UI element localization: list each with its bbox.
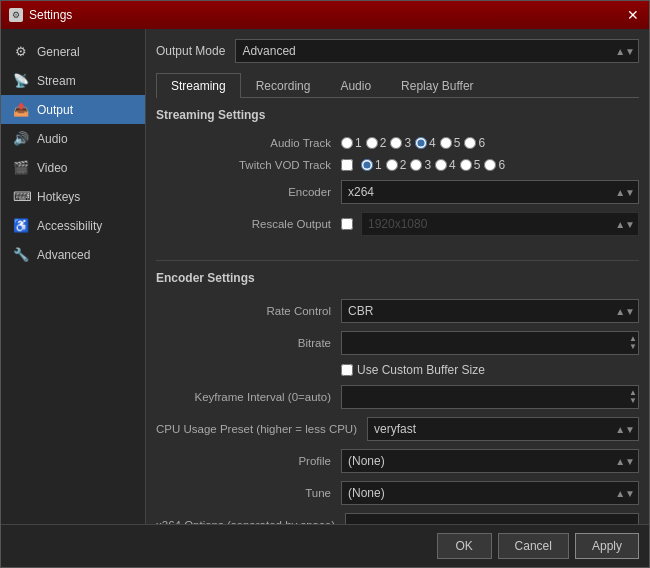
rate-control-row: Rate Control CBR VBR ABR CRF ▲▼ [156,299,639,323]
apply-button[interactable]: Apply [575,533,639,559]
keyframe-spinner-wrapper: 0 s ▲▼ [341,385,639,409]
cpu-preset-label: CPU Usage Preset (higher = less CPU) [156,423,367,435]
tvod-track-3[interactable]: 3 [410,158,431,172]
custom-buffer-checkbox[interactable] [341,364,353,376]
bitrate-input[interactable]: 2500 Kbps [341,331,639,355]
x264-options-row: x264 Options (separated by space) [156,513,639,524]
encoder-label: Encoder [156,186,341,198]
streaming-settings-title: Streaming Settings [156,108,639,126]
tune-select-wrapper: (None) film animation grain stillimage f… [341,481,639,505]
audio-track-2[interactable]: 2 [366,136,387,150]
output-mode-label: Output Mode [156,44,225,58]
accessibility-icon: ♿ [13,218,29,233]
audio-track-label: Audio Track [156,137,341,149]
tune-row: Tune (None) film animation grain stillim… [156,481,639,505]
keyframe-spinner-arrows[interactable]: ▲▼ [629,389,637,405]
sidebar-item-advanced[interactable]: 🔧 Advanced [1,240,145,269]
custom-buffer-checkbox-item[interactable]: Use Custom Buffer Size [341,363,485,377]
sidebar-item-stream[interactable]: 📡 Stream [1,66,145,95]
sidebar-item-general[interactable]: ⚙ General [1,37,145,66]
content-area: Output Mode Simple Advanced ▲▼ Streaming… [146,29,649,524]
divider [156,260,639,261]
sidebar: ⚙ General 📡 Stream 📤 Output 🔊 Audio 🎬 Vi… [1,29,146,524]
profile-row: Profile (None) baseline main high ▲▼ [156,449,639,473]
tab-streaming[interactable]: Streaming [156,73,241,98]
general-icon: ⚙ [13,44,29,59]
encoder-settings-section: Encoder Settings Rate Control CBR VBR AB… [156,260,639,524]
custom-buffer-controls: Use Custom Buffer Size [341,363,639,377]
profile-label: Profile [156,455,341,467]
twitch-vod-checkbox-item[interactable] [341,159,353,171]
sidebar-item-label: Hotkeys [37,190,80,204]
output-mode-select[interactable]: Simple Advanced [235,39,639,63]
audio-icon: 🔊 [13,131,29,146]
profile-select[interactable]: (None) baseline main high [341,449,639,473]
sidebar-item-video[interactable]: 🎬 Video [1,153,145,182]
keyframe-interval-row: Keyframe Interval (0=auto) 0 s ▲▼ [156,385,639,409]
close-button[interactable]: ✕ [625,7,641,23]
titlebar: ⚙ Settings ✕ [1,1,649,29]
audio-track-4[interactable]: 4 [415,136,436,150]
video-icon: 🎬 [13,160,29,175]
sidebar-item-output[interactable]: 📤 Output [1,95,145,124]
rescale-resolution-wrapper: 1920x1080 ▲▼ [361,212,639,236]
rescale-output-row: Rescale Output 1920x1080 ▲▼ [156,212,639,236]
tab-audio[interactable]: Audio [325,73,386,98]
audio-track-3[interactable]: 3 [390,136,411,150]
tune-select[interactable]: (None) film animation grain stillimage f… [341,481,639,505]
cancel-button[interactable]: Cancel [498,533,569,559]
sidebar-item-label: Audio [37,132,68,146]
twitch-vod-row: Twitch VOD Track 1 2 [156,158,639,172]
sidebar-item-label: Advanced [37,248,90,262]
ok-button[interactable]: OK [437,533,492,559]
tvod-track-5[interactable]: 5 [460,158,481,172]
bitrate-label: Bitrate [156,337,341,349]
twitch-vod-radio-group: 1 2 3 4 [361,158,505,172]
cpu-preset-select[interactable]: ultrafast superfast veryfast faster fast… [367,417,639,441]
hotkeys-icon: ⌨ [13,189,29,204]
bitrate-spinner-arrows[interactable]: ▲▼ [629,335,637,351]
rate-control-select[interactable]: CBR VBR ABR CRF [341,299,639,323]
window-title: Settings [29,8,72,22]
profile-select-wrapper: (None) baseline main high ▲▼ [341,449,639,473]
tab-recording[interactable]: Recording [241,73,326,98]
rescale-resolution-select[interactable]: 1920x1080 [361,212,639,236]
x264-options-input[interactable] [345,513,639,524]
sidebar-item-audio[interactable]: 🔊 Audio [1,124,145,153]
sidebar-item-accessibility[interactable]: ♿ Accessibility [1,211,145,240]
sidebar-item-hotkeys[interactable]: ⌨ Hotkeys [1,182,145,211]
twitch-vod-label: Twitch VOD Track [156,159,341,171]
main-content: ⚙ General 📡 Stream 📤 Output 🔊 Audio 🎬 Vi… [1,29,649,524]
app-icon: ⚙ [9,8,23,22]
output-mode-row: Output Mode Simple Advanced ▲▼ [156,39,639,63]
cpu-preset-row: CPU Usage Preset (higher = less CPU) ult… [156,417,639,441]
keyframe-interval-input[interactable]: 0 s [341,385,639,409]
x264-options-control [345,513,639,524]
custom-buffer-row: Use Custom Buffer Size [156,363,639,377]
audio-track-6[interactable]: 6 [464,136,485,150]
rate-control-label: Rate Control [156,305,341,317]
sidebar-item-label: General [37,45,80,59]
audio-track-controls: 1 2 3 4 5 [341,136,639,150]
rescale-output-label: Rescale Output [156,218,341,230]
audio-track-5[interactable]: 5 [440,136,461,150]
sidebar-item-label: Accessibility [37,219,102,233]
output-icon: 📤 [13,102,29,117]
rescale-checkbox[interactable] [341,218,353,230]
tvod-track-1[interactable]: 1 [361,158,382,172]
encoder-settings-title: Encoder Settings [156,271,639,289]
tab-replay-buffer[interactable]: Replay Buffer [386,73,489,98]
tvod-track-4[interactable]: 4 [435,158,456,172]
audio-track-1[interactable]: 1 [341,136,362,150]
rescale-output-controls: 1920x1080 ▲▼ [341,212,639,236]
twitch-vod-controls: 1 2 3 4 [341,158,639,172]
tvod-track-6[interactable]: 6 [484,158,505,172]
encoder-select[interactable]: x264 NVENC H.264 AMD HW H.264 [341,180,639,204]
rescale-checkbox-item[interactable] [341,218,353,230]
bitrate-row: Bitrate 2500 Kbps ▲▼ [156,331,639,355]
audio-track-row: Audio Track 1 2 3 [156,136,639,150]
cpu-preset-select-wrapper: ultrafast superfast veryfast faster fast… [367,417,639,441]
advanced-icon: 🔧 [13,247,29,262]
settings-window: ⚙ Settings ✕ ⚙ General 📡 Stream 📤 Output… [0,0,650,568]
tvod-track-2[interactable]: 2 [386,158,407,172]
